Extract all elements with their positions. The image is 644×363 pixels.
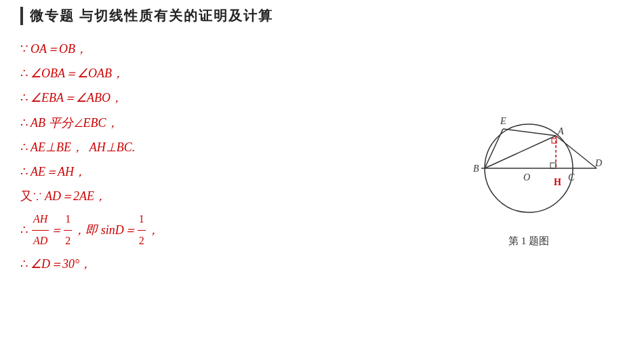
header-title: 微专题 与切线性质有关的证明及计算 [30,7,273,25]
frac-2-bot2: 2 [138,231,146,251]
label-a: A [557,126,564,136]
frac-1-top: 1 [64,209,72,230]
right-angle-h [550,163,556,168]
math-8a: ＝ [50,218,62,242]
line-1: ∵ OA＝OB， [20,37,434,60]
line-ad [556,136,597,168]
line-7: 又∵ AD＝2AE， [20,185,434,208]
because-6: ∴ [20,160,28,183]
because-3: ∴ [20,86,28,109]
math-8b: ，即 sinD＝ [73,218,136,242]
frac-1-top2: 1 [138,209,146,230]
diagram-caption: 第 1 题图 [508,235,549,248]
line-3: ∴ ∠EBA＝∠ABO， [20,86,434,109]
content: ∵ OA＝OB， ∴ ∠OBA＝∠OAB， ∴ ∠EBA＝∠ABO， ∴ AB … [20,37,624,277]
math-9: ∠D＝30°， [31,252,92,275]
label-d: D [595,158,602,168]
math-8c: ， [147,218,159,242]
because-7: 又∵ [20,185,42,208]
line-ba [485,136,556,168]
left-content: ∵ OA＝OB， ∴ ∠OBA＝∠OAB， ∴ ∠EBA＝∠ABO， ∴ AB … [20,37,434,277]
line-4: ∴ AB 平分∠EBC， [20,111,434,134]
math-6: AE＝AH， [31,160,86,183]
math-5: AE⊥BE， AH⊥BC. [31,136,135,159]
because-2: ∴ [20,62,28,85]
line-5: ∴ AE⊥BE， AH⊥BC. [20,136,434,159]
line-be [485,129,503,168]
because-9: ∴ [20,252,28,275]
frac-ad: AD [32,231,49,251]
frac-ah: AH [32,209,49,230]
fraction-half: 1 2 [64,209,72,251]
line-2: ∴ ∠OBA＝∠OAB， [20,62,434,85]
label-e: E [500,116,506,126]
diagram-svg: E A B O C D H [447,80,610,229]
right-diagram: E A B O C D H 第 1 题图 [434,37,624,277]
math-7: AD＝2AE， [45,185,106,208]
math-3: ∠EBA＝∠ABO， [31,86,123,109]
line-8: ∴ AH AD ＝ 1 2 ，即 sinD＝ 1 2 ， [20,209,434,251]
line-ea [503,129,556,136]
because-4: ∴ [20,111,28,134]
fraction-ah-ad: AH AD [32,209,49,251]
math-2: ∠OBA＝∠OAB， [31,62,124,85]
label-b: B [473,164,479,174]
math-1: OA＝OB， [31,37,87,60]
math-4: AB 平分∠EBC， [31,111,119,134]
line-9: ∴ ∠D＝30°， [20,252,434,275]
because-8: ∴ [20,218,28,242]
label-o: O [523,172,530,183]
because-5: ∴ [20,136,28,159]
page: 微专题 与切线性质有关的证明及计算 ∵ OA＝OB， ∴ ∠OBA＝∠OAB， … [0,0,644,363]
label-h: H [554,177,561,187]
header: 微专题 与切线性质有关的证明及计算 [20,7,624,25]
label-c: C [568,172,575,183]
fraction-half2: 1 2 [138,209,146,251]
because-1: ∵ [20,37,28,60]
line-6: ∴ AE＝AH， [20,160,434,183]
frac-2-bot: 2 [64,231,72,251]
